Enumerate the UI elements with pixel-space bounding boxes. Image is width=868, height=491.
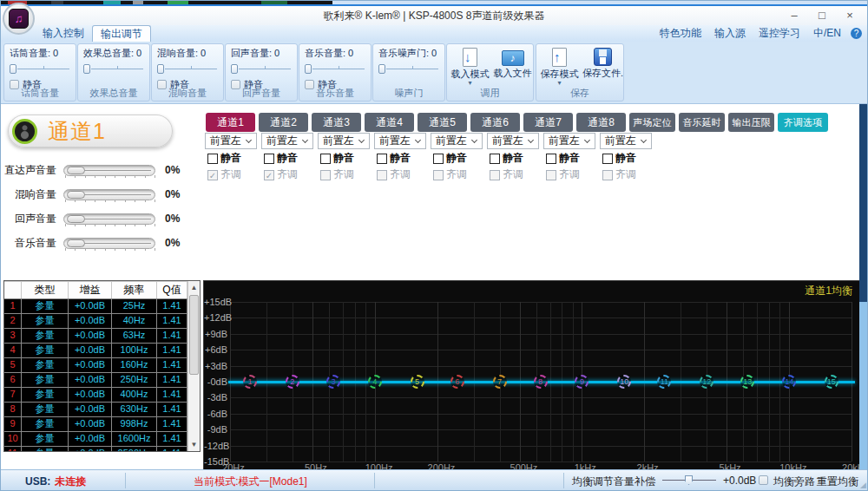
eq-band-row[interactable]: 4参量+0.0dB100Hz1.41 [4, 343, 187, 357]
channel-tab-7[interactable]: 通道7 [523, 113, 573, 132]
eq-band-row[interactable]: 8参量+0.0dB630Hz1.41 [4, 402, 187, 416]
eq-band-row[interactable]: 9参量+0.0dB998Hz1.41 [4, 416, 187, 431]
eq-band-row[interactable]: 6参量+0.0dB250Hz1.41 [4, 372, 187, 387]
music-volume-slider[interactable] [63, 238, 155, 249]
slider-thumb[interactable] [378, 64, 385, 74]
mute-checkbox[interactable] [207, 154, 218, 164]
slider-thumb[interactable] [67, 239, 85, 247]
menu-item-features[interactable]: 特色功能 [660, 26, 701, 41]
mute-checkbox[interactable] [320, 154, 331, 164]
unison-checkbox[interactable] [433, 170, 444, 180]
eq-band-row[interactable]: 5参量+0.0dB160Hz1.41 [4, 357, 187, 372]
tab-output-limiter[interactable]: 输出压限 [728, 113, 774, 132]
echo-volume-slider[interactable] [231, 63, 292, 75]
channel-5-output-select[interactable]: 前置左 [431, 133, 483, 149]
channel-3-unison[interactable]: 齐调 [320, 168, 354, 181]
music-volume-slider[interactable] [305, 63, 365, 75]
channel-4-mute[interactable]: 静音 [377, 152, 411, 165]
unison-checkbox-checked[interactable]: ✓ [264, 170, 274, 180]
minimize-button[interactable]: – [780, 7, 808, 24]
tab-music-delay[interactable]: 音乐延时 [679, 113, 725, 132]
channel-8-unison[interactable]: 齐调 [602, 168, 636, 181]
eq-point-8[interactable]: 8 [534, 375, 548, 389]
reset-eq-button[interactable]: 重置均衡 [817, 475, 858, 489]
scroll-down-icon[interactable]: ▼ [188, 438, 200, 451]
channel-5-mute[interactable]: 静音 [433, 152, 467, 165]
channel-2-unison[interactable]: ✓齐调 [264, 168, 298, 181]
help-icon[interactable]: ? [851, 28, 862, 39]
channel-3-output-select[interactable]: 前置左 [318, 133, 370, 149]
slider-thumb[interactable] [67, 215, 85, 223]
resize-grip[interactable]: ◢ [860, 481, 866, 489]
slider-thumb[interactable] [83, 64, 90, 74]
maximize-button[interactable]: □ [808, 7, 836, 24]
load-file-button[interactable]: ♪ 载入文件 [492, 48, 533, 80]
effect-total-volume-slider[interactable] [83, 63, 144, 75]
channel-5-unison[interactable]: 齐调 [433, 168, 467, 181]
eq-point-9[interactable]: 9 [575, 375, 589, 389]
direct-sound-volume-slider[interactable] [63, 165, 155, 176]
eq-bypass-checkbox[interactable] [759, 475, 768, 485]
table-scrollbar[interactable]: ▲ ▼ [187, 281, 200, 451]
reverb-volume-slider[interactable] [63, 189, 155, 200]
channel-2-output-select[interactable]: 前置左 [261, 133, 313, 149]
channel-tab-3[interactable]: 通道3 [312, 113, 361, 132]
scrollbar-thumb[interactable] [189, 295, 199, 375]
slider-thumb[interactable] [10, 64, 16, 74]
menu-item-input-source[interactable]: 输入源 [714, 26, 746, 41]
menu-item-remote-learn[interactable]: 遥控学习 [759, 26, 800, 41]
eq-point-2[interactable]: 2 [286, 375, 299, 389]
eq-point-4[interactable]: 4 [368, 375, 382, 389]
eq-point-14[interactable]: 14 [782, 375, 796, 389]
channel-tab-1[interactable]: 通道1 [206, 113, 255, 132]
channel-1-output-select[interactable]: 前置左 [205, 133, 257, 149]
channel-3-mute[interactable]: 静音 [320, 152, 354, 165]
save-mode-button[interactable]: ↑ 保存模式 ▾ [539, 48, 580, 86]
channel-6-mute[interactable]: 静音 [490, 152, 523, 165]
unison-checkbox[interactable] [320, 170, 331, 180]
eq-band-row[interactable]: 10参量+0.0dB1600Hz1.41 [4, 431, 187, 446]
channel-tab-5[interactable]: 通道5 [418, 113, 467, 132]
slider-thumb[interactable] [157, 64, 164, 74]
channel-tab-8[interactable]: 通道8 [576, 113, 626, 132]
menu-item-language[interactable]: 中/EN [813, 26, 841, 41]
eq-point-5[interactable]: 5 [411, 375, 424, 389]
eq-point-1[interactable]: 1 [243, 375, 257, 389]
channel-4-output-select[interactable]: 前置左 [374, 133, 426, 149]
channel-8-mute[interactable]: 静音 [602, 152, 636, 165]
channel-tab-2[interactable]: 通道2 [259, 113, 308, 132]
slider-thumb[interactable] [67, 167, 85, 174]
slider-thumb[interactable] [67, 191, 85, 199]
channel-1-mute[interactable]: 静音 [207, 152, 241, 165]
tab-sound-field-position[interactable]: 声场定位 [629, 113, 675, 132]
eq-point-12[interactable]: 12 [700, 375, 713, 389]
mute-checkbox[interactable] [377, 154, 387, 164]
eq-point-13[interactable]: 13 [740, 375, 754, 389]
echo-volume-slider[interactable] [63, 213, 155, 225]
channel-7-output-select[interactable]: 前置左 [543, 133, 595, 149]
slider-thumb[interactable] [685, 475, 693, 485]
music-noise-gate-slider[interactable] [378, 63, 439, 75]
unison-checkbox[interactable] [602, 170, 613, 180]
channel-6-output-select[interactable]: 前置左 [487, 133, 539, 149]
eq-point-3[interactable]: 3 [326, 375, 340, 389]
channel-tab-6[interactable]: 通道6 [470, 113, 520, 132]
channel-1-unison[interactable]: ✓齐调 [207, 168, 241, 181]
save-file-button[interactable]: 保存文件. [582, 48, 623, 80]
eq-band-row[interactable]: 3参量+0.0dB63Hz1.41 [4, 328, 187, 343]
channel-7-unison[interactable]: 齐调 [546, 168, 580, 181]
scroll-up-icon[interactable]: ▲ [188, 281, 200, 294]
mute-checkbox[interactable] [546, 154, 556, 164]
channel-7-mute[interactable]: 静音 [546, 152, 580, 165]
tab-unison-options[interactable]: 齐调选项 [778, 113, 828, 132]
tab-output-adjust[interactable]: 输出调节 [92, 25, 151, 42]
eq-point-10[interactable]: 10 [617, 375, 631, 389]
mute-checkbox[interactable] [264, 154, 274, 164]
eq-band-row[interactable]: 7参量+0.0dB400Hz1.41 [4, 387, 187, 402]
eq-point-7[interactable]: 7 [493, 375, 507, 389]
channel-8-output-select[interactable]: 前置左 [600, 133, 652, 149]
unison-checkbox[interactable] [377, 170, 387, 180]
eq-band-row[interactable]: 1参量+0.0dB25Hz1.41 [4, 298, 187, 313]
reverb-volume-slider[interactable] [157, 63, 218, 75]
slider-thumb[interactable] [231, 64, 238, 74]
